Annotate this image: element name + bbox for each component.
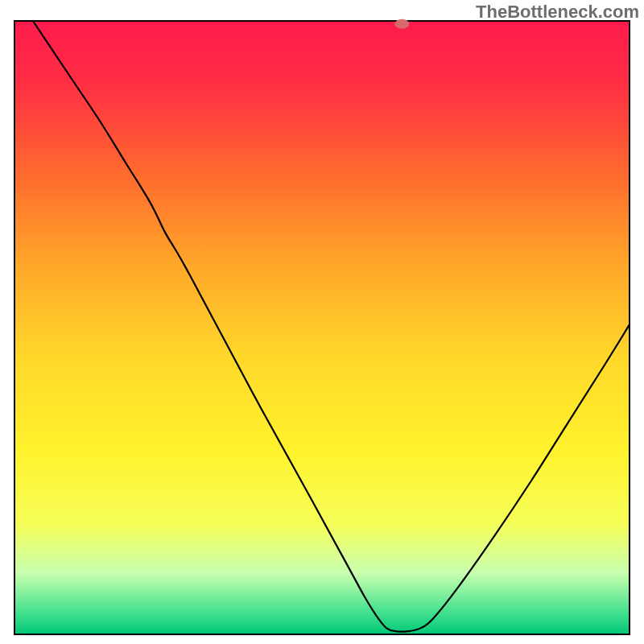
optimal-marker — [394, 19, 409, 29]
gradient-background — [14, 21, 630, 634]
chart-container: TheBottleneck.com — [0, 0, 644, 644]
watermark-text: TheBottleneck.com — [476, 2, 639, 23]
chart-svg — [0, 0, 644, 644]
plot-area — [14, 19, 630, 634]
